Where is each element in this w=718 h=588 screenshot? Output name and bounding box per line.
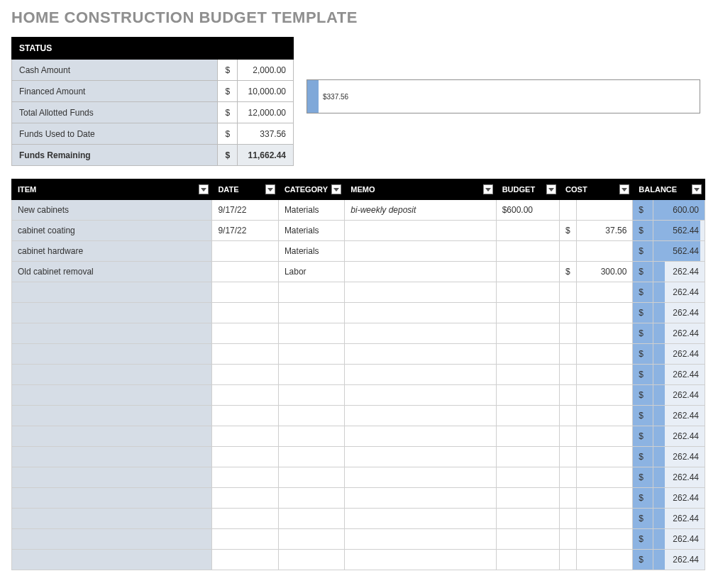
cell-cost-value[interactable] bbox=[577, 447, 633, 467]
cell-memo[interactable] bbox=[345, 365, 496, 385]
cell-category[interactable] bbox=[278, 385, 344, 406]
cell-cost-value[interactable] bbox=[577, 467, 633, 488]
cell-memo[interactable] bbox=[345, 447, 496, 467]
filter-icon[interactable] bbox=[265, 184, 275, 194]
cell-memo[interactable] bbox=[345, 467, 496, 488]
cell-item[interactable] bbox=[12, 509, 212, 529]
cell-item[interactable]: cabinet coating bbox=[12, 221, 212, 241]
cell-item[interactable] bbox=[12, 447, 212, 467]
cell-date[interactable] bbox=[212, 303, 278, 323]
cell-item[interactable] bbox=[12, 323, 212, 344]
filter-icon[interactable] bbox=[692, 184, 702, 194]
cell-category[interactable] bbox=[278, 488, 344, 509]
cell-memo[interactable] bbox=[345, 509, 496, 529]
cell-balance-value[interactable]: 262.44 bbox=[653, 303, 705, 323]
cell-cost-currency[interactable] bbox=[560, 241, 577, 262]
cell-balance-currency[interactable]: $ bbox=[633, 385, 653, 406]
cell-balance-value[interactable]: 262.44 bbox=[653, 467, 705, 488]
cell-memo[interactable] bbox=[345, 529, 496, 550]
cell-cost-currency[interactable] bbox=[560, 488, 577, 509]
cell-cost-value[interactable] bbox=[577, 241, 633, 262]
cell-category[interactable] bbox=[278, 282, 344, 303]
cell-balance-currency[interactable]: $ bbox=[633, 200, 653, 221]
cell-item[interactable] bbox=[12, 529, 212, 550]
cell-item[interactable] bbox=[12, 365, 212, 385]
cell-cost-currency[interactable] bbox=[560, 365, 577, 385]
cell-budget[interactable] bbox=[496, 323, 559, 344]
cell-memo[interactable] bbox=[345, 426, 496, 447]
cell-balance-currency[interactable]: $ bbox=[633, 488, 653, 509]
cell-balance-currency[interactable]: $ bbox=[633, 426, 653, 447]
status-currency[interactable]: $ bbox=[218, 60, 238, 81]
cell-balance-value[interactable]: 262.44 bbox=[653, 282, 705, 303]
cell-cost-currency[interactable] bbox=[560, 282, 577, 303]
cell-date[interactable] bbox=[212, 241, 278, 262]
cell-cost-value[interactable] bbox=[577, 323, 633, 344]
cell-date[interactable] bbox=[212, 488, 278, 509]
status-label[interactable]: Funds Used to Date bbox=[12, 123, 218, 145]
cell-balance-value[interactable]: 262.44 bbox=[653, 365, 705, 385]
cell-balance-value[interactable]: 262.44 bbox=[653, 385, 705, 406]
cell-cost-currency[interactable] bbox=[560, 323, 577, 344]
header-item[interactable]: ITEM bbox=[12, 179, 212, 200]
cell-balance-currency[interactable]: $ bbox=[633, 467, 653, 488]
cell-date[interactable]: 9/17/22 bbox=[212, 200, 278, 221]
cell-date[interactable] bbox=[212, 529, 278, 550]
cell-cost-currency[interactable]: $ bbox=[560, 262, 577, 282]
cell-category[interactable] bbox=[278, 467, 344, 488]
cell-cost-currency[interactable] bbox=[560, 467, 577, 488]
status-value[interactable]: 2,000.00 bbox=[238, 60, 294, 81]
cell-balance-value[interactable]: 262.44 bbox=[653, 529, 705, 550]
cell-item[interactable] bbox=[12, 467, 212, 488]
cell-budget[interactable] bbox=[496, 529, 559, 550]
cell-balance-value[interactable]: 262.44 bbox=[653, 488, 705, 509]
cell-category[interactable] bbox=[278, 406, 344, 426]
cell-memo[interactable] bbox=[345, 262, 496, 282]
cell-cost-currency[interactable] bbox=[560, 200, 577, 221]
cell-item[interactable] bbox=[12, 426, 212, 447]
cell-category[interactable]: Materials bbox=[278, 241, 344, 262]
cell-date[interactable] bbox=[212, 262, 278, 282]
cell-budget[interactable] bbox=[496, 509, 559, 529]
cell-balance-value[interactable]: 600.00 bbox=[653, 200, 705, 221]
status-label[interactable]: Cash Amount bbox=[12, 60, 218, 81]
cell-category[interactable] bbox=[278, 529, 344, 550]
cell-memo[interactable] bbox=[345, 241, 496, 262]
cell-balance-value[interactable]: 562.44 bbox=[653, 241, 705, 262]
cell-balance-currency[interactable]: $ bbox=[633, 303, 653, 323]
cell-memo[interactable] bbox=[345, 323, 496, 344]
cell-date[interactable] bbox=[212, 509, 278, 529]
cell-cost-value[interactable]: 37.56 bbox=[577, 221, 633, 241]
cell-balance-currency[interactable]: $ bbox=[633, 221, 653, 241]
cell-cost-value[interactable] bbox=[577, 303, 633, 323]
cell-cost-value[interactable] bbox=[577, 406, 633, 426]
cell-cost-value[interactable] bbox=[577, 344, 633, 365]
status-currency[interactable]: $ bbox=[218, 81, 238, 102]
cell-category[interactable]: Materials bbox=[278, 221, 344, 241]
filter-icon[interactable] bbox=[199, 184, 209, 194]
cell-balance-value[interactable]: 262.44 bbox=[653, 550, 705, 570]
cell-balance-currency[interactable]: $ bbox=[633, 262, 653, 282]
cell-budget[interactable] bbox=[496, 303, 559, 323]
cell-memo[interactable] bbox=[345, 221, 496, 241]
cell-memo[interactable] bbox=[345, 282, 496, 303]
cell-category[interactable] bbox=[278, 303, 344, 323]
status-label[interactable]: Financed Amount bbox=[12, 81, 218, 102]
cell-cost-currency[interactable] bbox=[560, 344, 577, 365]
cell-cost-currency[interactable] bbox=[560, 447, 577, 467]
cell-budget[interactable] bbox=[496, 241, 559, 262]
cell-balance-value[interactable]: 262.44 bbox=[653, 262, 705, 282]
cell-cost-value[interactable] bbox=[577, 282, 633, 303]
header-category[interactable]: CATEGORY bbox=[278, 179, 344, 200]
cell-balance-value[interactable]: 562.44 bbox=[653, 221, 705, 241]
header-date[interactable]: DATE bbox=[212, 179, 278, 200]
cell-cost-currency[interactable] bbox=[560, 426, 577, 447]
cell-item[interactable] bbox=[12, 303, 212, 323]
cell-item[interactable]: Old cabinet removal bbox=[12, 262, 212, 282]
cell-date[interactable] bbox=[212, 550, 278, 570]
cell-category[interactable] bbox=[278, 344, 344, 365]
cell-date[interactable] bbox=[212, 426, 278, 447]
cell-date[interactable] bbox=[212, 447, 278, 467]
cell-cost-currency[interactable] bbox=[560, 406, 577, 426]
cell-item[interactable] bbox=[12, 282, 212, 303]
